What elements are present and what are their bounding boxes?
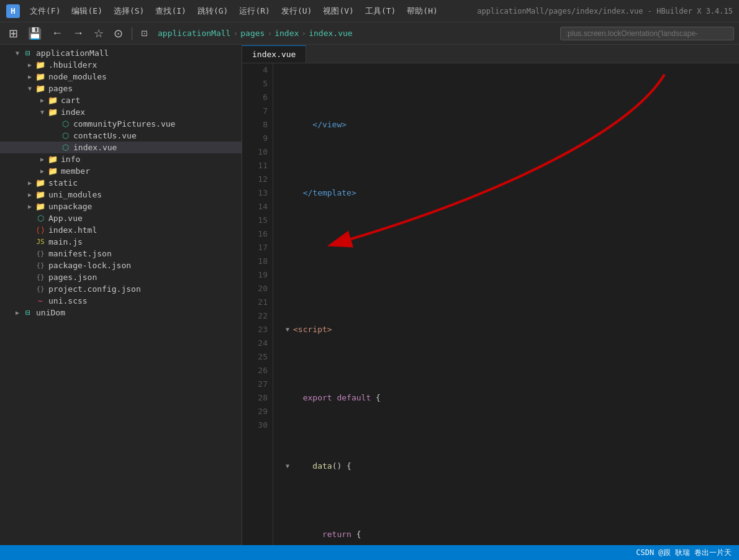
sidebar-item-unpackage[interactable]: ▶ 📁 unpackage [0,201,242,212]
toolbar: ⊞ 💾 ← → ☆ ⊙ ⊡ applicationMall › pages › … [0,22,739,45]
main-area: ▼ ⊟ applicationMall ▶ 📁 .hbuilderx ▶ 📁 n… [0,45,739,545]
json-icon: {} [35,250,46,258]
vue-icon: ⬡ [60,119,71,129]
sidebar-item-uni-modules[interactable]: ▶ 📁 uni_modules [0,189,242,201]
title-bar: H 文件(F) 编辑(E) 选择(S) 查找(I) 跳转(G) 运行(R) 发行… [0,0,739,22]
sidebar-item-uni-scss[interactable]: ~ uni.scss [0,295,242,307]
file-tree: ▼ ⊟ applicationMall ▶ 📁 .hbuilderx ▶ 📁 n… [0,45,242,545]
breadcrumb: applicationMall › pages › index › index.… [158,29,353,38]
vue-icon: ⬡ [60,143,71,152]
sidebar-item-cart[interactable]: ▶ 📁 cart [0,94,242,106]
sidebar-item-project-config-json[interactable]: {} project.config.json [0,283,242,295]
code-content[interactable]: </view> </template> ▼ [273,63,739,545]
history-button[interactable]: ⊙ [110,25,127,42]
toolbar-divider [132,27,132,40]
code-wrapper: 4 5 6 7 8 9 10 11 12 13 14 15 16 17 18 1… [242,63,739,545]
sidebar-label-applicationMall: applicationMall [36,48,109,58]
json-icon: {} [35,273,46,281]
scss-icon: ~ [35,296,46,305]
sidebar-item-applicationMall[interactable]: ▼ ⊟ applicationMall [0,47,242,59]
tab-index-vue[interactable]: index.vue [242,45,306,63]
sidebar-item-pages-json[interactable]: {} pages.json [0,271,242,283]
forward-button[interactable]: → [69,25,88,41]
menu-find[interactable]: 查找(I) [150,3,191,19]
back-button[interactable]: ← [48,25,66,41]
folder-icon: 📁 [35,202,46,211]
folder-icon: 📁 [47,155,58,164]
menu-edit[interactable]: 编辑(E) [66,3,107,19]
js-icon: JS [35,238,46,246]
html-icon: ⟨⟩ [35,225,46,235]
sidebar-item-node-modules[interactable]: ▶ 📁 node_modules [0,71,242,83]
code-line-5: </template> [283,186,739,200]
menu-publish[interactable]: 发行(U) [276,3,317,19]
folder-icon: 📁 [35,190,46,199]
menu-goto[interactable]: 跳转(G) [193,3,233,19]
breadcrumb-file[interactable]: index.vue [309,29,352,38]
star-button[interactable]: ☆ [90,25,107,42]
window-title: applicationMall/pages/index/index.vue - … [477,7,733,16]
menu-bar: 文件(F) 编辑(E) 选择(S) 查找(I) 跳转(G) 运行(R) 发行(U… [25,3,477,19]
folder-icon: 📁 [35,178,46,187]
sidebar-item-info[interactable]: ▶ 📁 info [0,153,242,165]
code-area[interactable]: 4 5 6 7 8 9 10 11 12 13 14 15 16 17 18 1… [242,63,739,545]
monitor-icon: ⊟ [22,308,34,317]
menu-file[interactable]: 文件(F) [25,3,65,19]
code-line-9: ▼ data() { [283,459,739,473]
code-line-4: </view> [283,118,739,132]
sidebar-item-contactUs[interactable]: ⬡ contactUs.vue [0,130,242,142]
code-line-7: ▼ <script> [283,323,739,336]
sidebar-item-static[interactable]: ▶ 📁 static [0,177,242,189]
menu-help[interactable]: 帮助(H) [402,3,442,19]
folder-icon: 📁 [35,60,46,70]
status-text: CSDN @跟 耿瑞 卷出一片天 [636,548,732,558]
sidebar-item-index-folder[interactable]: ▼ 📁 index [0,106,242,118]
code-line-8: export default { [283,391,739,405]
sidebar-item-member[interactable]: ▶ 📁 member [0,165,242,177]
sidebar-item-index-html[interactable]: ⟨⟩ index.html [0,224,242,236]
sidebar-item-index-vue[interactable]: ⬡ index.vue [0,142,242,153]
search-input[interactable] [560,27,734,40]
vue-icon: ⬡ [35,214,46,223]
json-icon: {} [35,285,46,293]
folder-icon: 📁 [47,107,58,117]
project-button[interactable]: ⊡ [137,27,152,39]
sidebar-item-pages[interactable]: ▼ 📁 pages [0,83,242,94]
editor-pane: index.vue 4 5 6 7 8 9 10 11 12 13 14 15 [242,45,739,545]
json-icon: {} [35,261,46,269]
app-logo: H [6,4,20,18]
menu-tools[interactable]: 工具(T) [360,3,401,19]
monitor-icon: ⊟ [22,48,34,58]
folder-icon: 📁 [47,166,58,176]
sidebar-item-communityPictures[interactable]: ⬡ communityPictures.vue [0,118,242,130]
code-line-10: return { [283,528,739,541]
sidebar-item-app-vue[interactable]: ⬡ App.vue [0,212,242,224]
vue-icon: ⬡ [60,131,71,140]
folder-icon: 📁 [35,72,46,81]
sidebar-item-uniDom[interactable]: ▶ ⊟ uniDom [0,307,242,318]
save-button[interactable]: 💾 [24,25,45,42]
menu-run[interactable]: 运行(R) [234,3,274,19]
breadcrumb-index[interactable]: index [274,29,299,38]
sidebar: ▼ ⊟ applicationMall ▶ 📁 .hbuilderx ▶ 📁 n… [0,45,242,545]
tab-bar: index.vue [242,45,739,63]
folder-icon: 📁 [35,84,46,93]
sidebar-item-package-lock-json[interactable]: {} package-lock.json [0,260,242,271]
breadcrumb-root[interactable]: applicationMall [158,29,230,38]
menu-view[interactable]: 视图(V) [318,3,358,19]
line-numbers: 4 5 6 7 8 9 10 11 12 13 14 15 16 17 18 1… [242,63,273,545]
sidebar-item-hbuilderx[interactable]: ▶ 📁 .hbuilderx [0,59,242,71]
code-line-6 [283,255,739,268]
breadcrumb-pages[interactable]: pages [240,29,265,38]
new-file-button[interactable]: ⊞ [5,25,22,42]
sidebar-item-main-js[interactable]: JS main.js [0,236,242,248]
status-bar: CSDN @跟 耿瑞 卷出一片天 [0,545,739,560]
menu-select[interactable]: 选择(S) [109,3,149,19]
folder-icon: 📁 [47,96,58,105]
sidebar-item-manifest-json[interactable]: {} manifest.json [0,248,242,260]
